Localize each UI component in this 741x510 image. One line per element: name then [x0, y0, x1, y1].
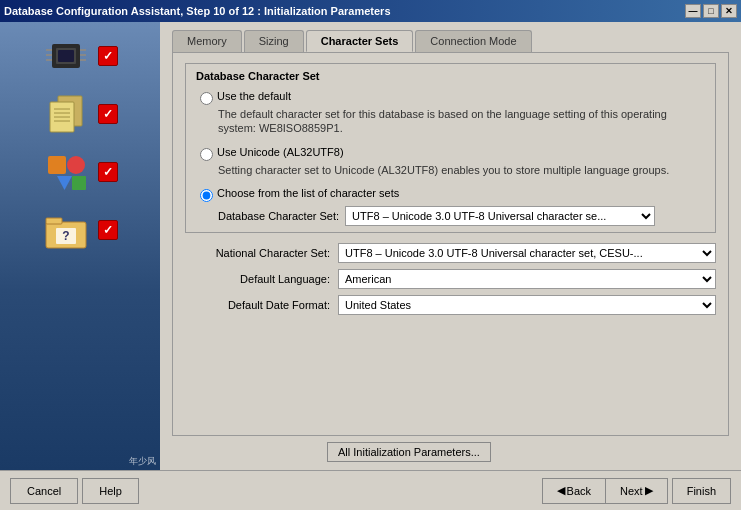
charset-radio-group: Use the default The default character se…	[200, 90, 705, 226]
back-label: Back	[567, 485, 591, 497]
tab-memory[interactable]: Memory	[172, 30, 242, 52]
db-charset-select[interactable]: UTF8 – Unicode 3.0 UTF-8 Universal chara…	[345, 206, 655, 226]
national-charset-row: National Character Set: UTF8 – Unicode 3…	[185, 243, 716, 263]
back-button[interactable]: ◀ Back	[542, 478, 606, 504]
svg-rect-3	[46, 49, 52, 51]
radio-desc-default: The default character set for this datab…	[218, 107, 705, 136]
left-icon-row-2: ✓	[0, 90, 160, 138]
radio-use-default[interactable]	[200, 92, 213, 105]
radio-row-default: Use the default	[200, 90, 705, 105]
folder-question-icon: ?	[42, 210, 90, 250]
radio-label-list[interactable]: Choose from the list of character sets	[217, 187, 399, 199]
radio-label-default[interactable]: Use the default	[217, 90, 291, 102]
tabs: Memory Sizing Character Sets Connection …	[172, 30, 729, 52]
left-icon-row-1: ✓	[0, 32, 160, 80]
svg-marker-19	[57, 176, 72, 190]
nav-buttons: ◀ Back Next ▶ Finish	[542, 478, 731, 504]
chip-icon	[42, 36, 90, 76]
db-charset-row: Database Character Set: UTF8 – Unicode 3…	[218, 206, 705, 226]
check-badge-2: ✓	[98, 104, 118, 124]
radio-choose-list[interactable]	[200, 189, 213, 202]
default-date-row: Default Date Format: United States	[185, 295, 716, 315]
finish-button[interactable]: Finish	[672, 478, 731, 504]
default-date-select[interactable]: United States	[338, 295, 716, 315]
documents-icon	[42, 94, 90, 134]
window-title: Database Configuration Assistant, Step 1…	[4, 5, 391, 17]
svg-rect-5	[46, 59, 52, 61]
radio-option-list: Choose from the list of character sets D…	[200, 187, 705, 226]
national-charset-label: National Character Set:	[185, 247, 330, 259]
tab-character-sets[interactable]: Character Sets	[306, 30, 414, 52]
radio-label-unicode[interactable]: Use Unicode (AL32UTF8)	[217, 146, 344, 158]
svg-point-18	[67, 156, 85, 174]
svg-rect-4	[46, 54, 52, 56]
check-badge-3: ✓	[98, 162, 118, 182]
svg-rect-2	[58, 50, 74, 62]
radio-use-unicode[interactable]	[200, 148, 213, 161]
check-badge-4: ✓	[98, 220, 118, 240]
default-language-select[interactable]: American	[338, 269, 716, 289]
title-bar: Database Configuration Assistant, Step 1…	[0, 0, 741, 22]
main-content: ✓ ✓	[0, 22, 741, 470]
default-date-label: Default Date Format:	[185, 299, 330, 311]
svg-text:?: ?	[62, 229, 69, 243]
default-language-row: Default Language: American	[185, 269, 716, 289]
tab-connection-mode[interactable]: Connection Mode	[415, 30, 531, 52]
watermark: 年少风	[129, 455, 156, 468]
default-language-label: Default Language:	[185, 273, 330, 285]
shapes-icon	[42, 152, 90, 192]
radio-desc-unicode: Setting character set to Unicode (AL32UT…	[218, 163, 705, 177]
bottom-bar: Cancel Help ◀ Back Next ▶ Finish	[0, 470, 741, 510]
form-section: National Character Set: UTF8 – Unicode 3…	[185, 243, 716, 315]
db-charset-label: Database Character Set:	[218, 210, 339, 222]
left-panel: ✓ ✓	[0, 22, 160, 470]
maximize-button[interactable]: □	[703, 4, 719, 18]
minimize-button[interactable]: —	[685, 4, 701, 18]
next-label: Next	[620, 485, 643, 497]
next-arrow-icon: ▶	[645, 484, 653, 497]
close-button[interactable]: ✕	[721, 4, 737, 18]
radio-option-unicode: Use Unicode (AL32UTF8) Setting character…	[200, 146, 705, 181]
left-icon-row-4: ? ✓	[0, 206, 160, 254]
svg-rect-7	[80, 54, 86, 56]
svg-rect-17	[48, 156, 66, 174]
check-badge-1: ✓	[98, 46, 118, 66]
left-buttons: Cancel Help	[10, 478, 139, 504]
svg-rect-24	[46, 218, 62, 224]
national-charset-select[interactable]: UTF8 – Unicode 3.0 UTF-8 Universal chara…	[338, 243, 716, 263]
left-icon-row-3: ✓	[0, 148, 160, 196]
next-button[interactable]: Next ▶	[606, 478, 668, 504]
database-charset-section: Database Character Set Use the default T…	[185, 63, 716, 233]
help-button[interactable]: Help	[82, 478, 139, 504]
radio-row-unicode: Use Unicode (AL32UTF8)	[200, 146, 705, 161]
right-panel: Memory Sizing Character Sets Connection …	[160, 22, 741, 470]
svg-rect-6	[80, 49, 86, 51]
all-params-button[interactable]: All Initialization Parameters...	[327, 442, 491, 462]
content-box: Database Character Set Use the default T…	[172, 52, 729, 436]
all-params-area: All Initialization Parameters...	[172, 442, 729, 462]
section-title: Database Character Set	[196, 70, 705, 82]
cancel-button[interactable]: Cancel	[10, 478, 78, 504]
svg-rect-20	[72, 176, 86, 190]
back-arrow-icon: ◀	[557, 484, 565, 497]
window-controls: — □ ✕	[685, 4, 737, 18]
tab-sizing[interactable]: Sizing	[244, 30, 304, 52]
radio-option-default: Use the default The default character se…	[200, 90, 705, 140]
svg-rect-8	[80, 59, 86, 61]
radio-row-list: Choose from the list of character sets	[200, 187, 705, 202]
